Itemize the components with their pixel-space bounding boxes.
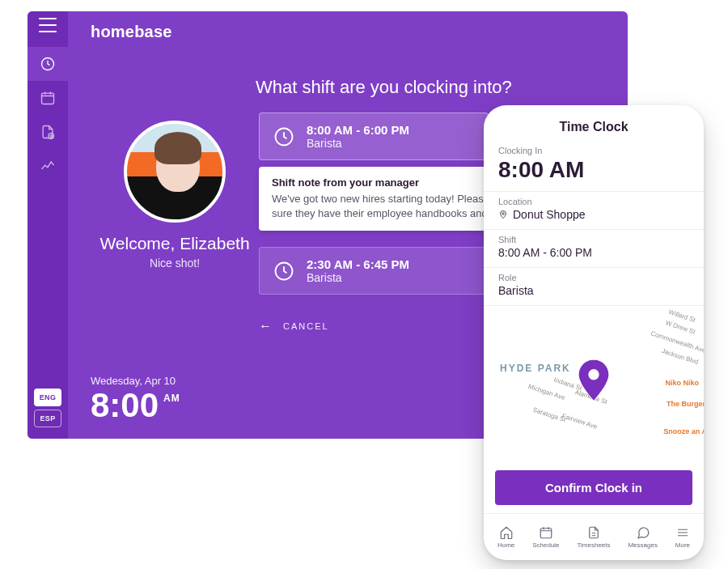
- shift-time: 8:00 AM - 6:00 PM: [307, 123, 409, 137]
- clock-icon: [273, 260, 295, 282]
- shift-role: Barista: [307, 271, 409, 284]
- nav-timesheets-label: Timesheets: [577, 541, 610, 549]
- cancel-label: CANCEL: [283, 321, 329, 331]
- location-label: Location: [498, 197, 689, 206]
- calendar-icon: [40, 90, 56, 106]
- map-area[interactable]: HYDE PARK Willard St W Drew St Commonwea…: [484, 306, 704, 513]
- sidebar-item-clock[interactable]: [28, 47, 68, 81]
- map-pin-icon: [498, 210, 508, 219]
- map-street-label: Fairview Ave: [561, 412, 599, 431]
- lang-eng-button[interactable]: ENG: [34, 389, 61, 406]
- map-pin-icon: [578, 360, 610, 404]
- language-selector: ENG ESP: [34, 389, 61, 427]
- shift-role: Barista: [307, 137, 409, 150]
- nav-more[interactable]: More: [675, 525, 690, 549]
- clock-icon: [40, 56, 56, 72]
- confirm-clock-in-button[interactable]: Confirm Clock in: [495, 470, 692, 505]
- current-ampm: AM: [163, 393, 180, 403]
- sidebar-item-schedule[interactable]: [28, 81, 68, 115]
- location-value: Donut Shoppe: [513, 208, 586, 221]
- svg-point-6: [588, 369, 599, 380]
- document-icon: [586, 525, 601, 540]
- clocking-in-label: Clocking In: [498, 146, 689, 155]
- avatar: [124, 121, 226, 223]
- profile-subtext: Nice shot!: [150, 257, 200, 270]
- clock-icon: [273, 125, 295, 148]
- calendar-icon: [539, 525, 553, 540]
- welcome-text: Welcome, Elizabeth: [99, 234, 249, 253]
- shift-option-1[interactable]: 8:00 AM - 6:00 PM Barista: [259, 113, 489, 160]
- nav-more-label: More: [675, 541, 690, 549]
- map-street-label: Commonwealth Ave: [650, 329, 704, 354]
- nav-home-label: Home: [497, 541, 514, 549]
- sidebar-item-documents[interactable]: [28, 115, 68, 149]
- nav-schedule[interactable]: Schedule: [532, 525, 559, 549]
- arrow-left-icon: ←: [259, 319, 272, 333]
- shift-time: 2:30 AM - 6:45 PM: [307, 257, 409, 271]
- nav-home[interactable]: Home: [497, 525, 514, 549]
- map-park-label: HYDE PARK: [500, 363, 571, 374]
- profile-column: Welcome, Elizabeth Nice shot!: [91, 49, 259, 333]
- mobile-time-clock-view: Time Clock Clocking In 8:00 AM Location …: [484, 105, 704, 560]
- map-poi-label: The Burger: [667, 400, 704, 408]
- role-label: Role: [498, 273, 689, 282]
- section-clocking-in: Clocking In 8:00 AM: [484, 141, 704, 192]
- phone-header: Time Clock: [484, 105, 704, 141]
- left-sidebar: ENG ESP: [28, 11, 68, 439]
- shift-option-2[interactable]: 2:30 AM - 6:45 PM Barista: [259, 247, 489, 295]
- lang-esp-button[interactable]: ESP: [34, 410, 61, 427]
- section-role[interactable]: Role Barista: [484, 268, 704, 306]
- svg-point-5: [502, 213, 505, 215]
- sidebar-item-analytics[interactable]: [28, 149, 68, 183]
- home-icon: [499, 525, 514, 540]
- map-poi-label: Niko Niko: [665, 379, 699, 387]
- brand-logo: homebase: [91, 23, 610, 41]
- more-icon: [675, 525, 690, 540]
- prompt-heading: What shift are you clocking into?: [256, 77, 610, 98]
- phone-bottom-nav: Home Schedule Timesheets Messages More: [484, 513, 704, 560]
- svg-rect-1: [42, 93, 54, 104]
- nav-messages-label: Messages: [628, 541, 657, 549]
- nav-schedule-label: Schedule: [532, 541, 559, 549]
- chat-icon: [636, 525, 650, 540]
- current-time: 8:00: [91, 389, 159, 423]
- nav-timesheets[interactable]: Timesheets: [577, 525, 610, 549]
- menu-icon[interactable]: [39, 18, 57, 32]
- clocking-in-value: 8:00 AM: [498, 157, 689, 183]
- section-location[interactable]: Location Donut Shoppe: [484, 192, 704, 230]
- current-date: Wedesday, Apr 10: [91, 375, 180, 387]
- shift-value: 8:00 AM - 6:00 PM: [498, 246, 689, 259]
- current-time-area: Wedesday, Apr 10 8:00 AM: [91, 375, 180, 423]
- svg-rect-7: [540, 529, 552, 538]
- role-value: Barista: [498, 284, 689, 297]
- shift-label: Shift: [498, 235, 689, 244]
- section-shift[interactable]: Shift 8:00 AM - 6:00 PM: [484, 230, 704, 268]
- map-poi-label: Snooze an A: [663, 427, 704, 435]
- nav-messages[interactable]: Messages: [628, 525, 657, 549]
- document-add-icon: [40, 124, 56, 140]
- analytics-icon: [40, 158, 56, 174]
